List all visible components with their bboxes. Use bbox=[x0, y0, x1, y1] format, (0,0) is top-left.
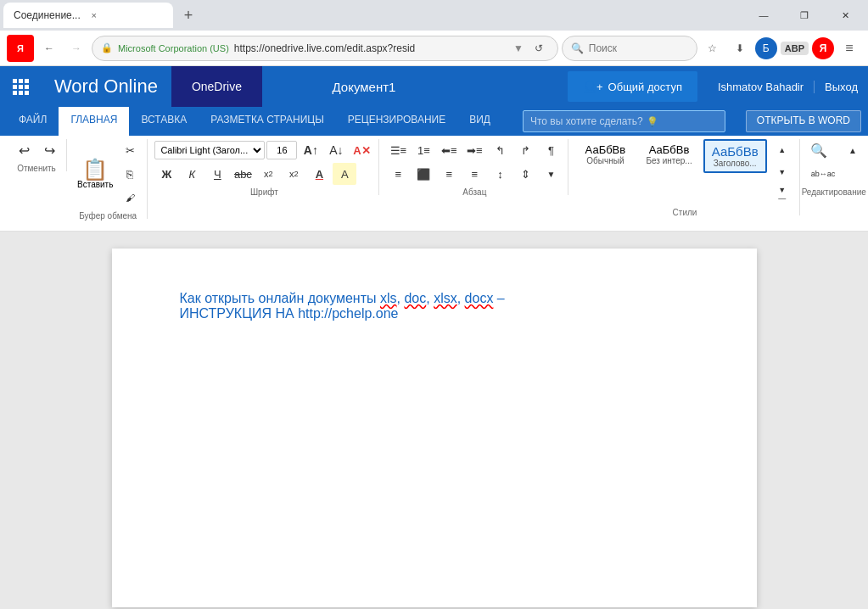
document-page[interactable]: Как открыть онлайн документы xls, doc, x… bbox=[112, 249, 757, 607]
paste-button[interactable]: 📋 Вставить bbox=[74, 158, 116, 191]
search-icon: 🔍 bbox=[571, 42, 584, 54]
editing-row2: ab↔ac bbox=[807, 163, 840, 185]
clipboard-row: 📋 Вставить ✂ ⎘ 🖌 bbox=[74, 139, 142, 209]
para-mark-button[interactable]: ¶ bbox=[539, 139, 563, 161]
redo-button[interactable]: ↪ bbox=[37, 139, 61, 161]
tell-me-area: Что вы хотите сделать? 💡 bbox=[509, 107, 739, 136]
app-header: Word Online OneDrive Документ1 👤+ Общий … bbox=[0, 66, 868, 107]
share-label: Общий доступ bbox=[608, 81, 682, 93]
highlight-button[interactable]: A bbox=[333, 163, 356, 185]
styles-up-button[interactable]: ▲ bbox=[770, 139, 794, 161]
style-normal[interactable]: АаБбВв Обычный bbox=[575, 139, 635, 173]
yandex-logo[interactable]: Я bbox=[7, 35, 34, 62]
restore-button[interactable]: ❐ bbox=[785, 0, 824, 31]
user-name[interactable]: Ishmatov Bahadir bbox=[708, 81, 814, 93]
yametrika-icon[interactable]: Я bbox=[812, 37, 834, 59]
copy-button[interactable]: ⎘ bbox=[118, 163, 142, 185]
undo-button[interactable]: ↩ bbox=[12, 139, 36, 161]
secure-indicator: 🔒 bbox=[101, 42, 113, 53]
app-grid-button[interactable] bbox=[0, 66, 41, 107]
superscript-button[interactable]: x2 bbox=[282, 163, 305, 185]
para-expand-button[interactable]: ▼ bbox=[539, 163, 563, 185]
open-in-word-button[interactable]: ОТКРЫТЬ В WORD bbox=[746, 110, 861, 132]
bold-button[interactable]: Ж bbox=[154, 163, 178, 185]
cut-button[interactable]: ✂ bbox=[118, 139, 142, 161]
active-tab[interactable]: Соединение... × bbox=[3, 3, 173, 28]
new-tab-button[interactable]: + bbox=[176, 3, 200, 27]
italic-button[interactable]: К bbox=[180, 163, 204, 185]
doc-paragraph2: ИНСТРУКЦИЯ НА http://pchelp.one bbox=[180, 306, 689, 321]
doc-word-docx: docx bbox=[465, 291, 494, 305]
reload-button[interactable]: ↺ bbox=[529, 38, 549, 59]
undo-redo-row: ↩ ↪ bbox=[12, 139, 61, 161]
format-paint-button[interactable]: 🖌 bbox=[118, 187, 142, 209]
tab-file[interactable]: ФАЙЛ bbox=[7, 107, 59, 136]
dropdown-icon[interactable]: ▼ bbox=[513, 42, 524, 54]
ribbon-collapse-button[interactable]: ▲ bbox=[841, 139, 865, 161]
close-button[interactable]: ✕ bbox=[826, 0, 865, 31]
tab-layout[interactable]: РАЗМЕТКА СТРАНИЦЫ bbox=[199, 107, 336, 136]
line-spacing-button[interactable]: ↕ bbox=[488, 163, 512, 185]
indent-dec-button[interactable]: ⬅≡ bbox=[437, 139, 461, 161]
tab-review[interactable]: РЕЦЕНЗИРОВАНИЕ bbox=[336, 107, 457, 136]
search-input[interactable] bbox=[589, 42, 716, 54]
search-editing-button[interactable]: 🔍 bbox=[807, 139, 831, 161]
tab-view[interactable]: ВИД bbox=[457, 107, 502, 136]
share-icon: 👤+ bbox=[583, 81, 603, 93]
clipboard-group: 📋 Вставить ✂ ⎘ 🖌 Буфер обмена bbox=[69, 139, 148, 219]
font-shrink-button[interactable]: A↓ bbox=[324, 139, 348, 161]
font-size-input[interactable] bbox=[266, 141, 297, 159]
styles-group: АаБбВв Обычный АаБбВв Без интер... АаБбВ… bbox=[570, 139, 799, 215]
app-title: Word Online bbox=[41, 75, 171, 98]
tab-insert[interactable]: ВСТАВКА bbox=[129, 107, 199, 136]
para-spacing-button[interactable]: ⇕ bbox=[513, 163, 537, 185]
align-right-button[interactable]: ≡ bbox=[437, 163, 461, 185]
download-icon[interactable]: ⬇ bbox=[728, 36, 752, 60]
replace-button[interactable]: ab↔ac bbox=[807, 163, 840, 185]
styles-list: АаБбВв Обычный АаБбВв Без интер... АаБбВ… bbox=[575, 139, 766, 205]
browser-frame: Соединение... × + — ❐ ✕ Я ← → 🔒 Microsof… bbox=[0, 0, 868, 66]
ribbon-tabs: ФАЙЛ ГЛАВНАЯ ВСТАВКА РАЗМЕТКА СТРАНИЦЫ Р… bbox=[0, 107, 509, 136]
styles-row: АаБбВв Обычный АаБбВв Без интер... АаБбВ… bbox=[575, 139, 793, 205]
tell-me-input[interactable]: Что вы хотите сделать? 💡 bbox=[523, 110, 725, 132]
font-grow-button[interactable]: A↑ bbox=[299, 139, 322, 161]
logout-button[interactable]: Выход bbox=[814, 81, 868, 93]
font-name-select[interactable]: Calibri Light (Загол... bbox=[154, 141, 265, 159]
align-center-button[interactable]: ⬛ bbox=[412, 163, 435, 185]
bookmark-icon[interactable]: ☆ bbox=[701, 36, 725, 60]
font-color-button[interactable]: A bbox=[307, 163, 331, 185]
style-heading-label: АаБбВв bbox=[712, 144, 759, 159]
style-nospace[interactable]: АаБбВв Без интер... bbox=[638, 139, 699, 173]
share-button[interactable]: 👤+ Общий доступ bbox=[568, 71, 697, 102]
rtl-button[interactable]: ↰ bbox=[488, 139, 512, 161]
subscript-button[interactable]: x2 bbox=[256, 163, 280, 185]
justify-button[interactable]: ≡ bbox=[462, 163, 486, 185]
tab-close-button[interactable]: × bbox=[87, 8, 101, 22]
toolbar: ↩ ↪ Отменить 📋 Вставить ✂ ⎘ 🖌 Буфер обме… bbox=[0, 136, 868, 232]
style-heading[interactable]: АаБбВв Заголово... bbox=[703, 139, 767, 173]
undo-redo-group: ↩ ↪ Отменить bbox=[7, 139, 67, 171]
ltr-button[interactable]: ↱ bbox=[513, 139, 537, 161]
minimize-button[interactable]: — bbox=[744, 0, 783, 31]
clear-format-button[interactable]: A✕ bbox=[350, 139, 373, 161]
bullets-button[interactable]: ☰≡ bbox=[386, 139, 410, 161]
styles-expand-button[interactable]: ▼— bbox=[770, 183, 794, 205]
ribbon-collapse-area: ▲ bbox=[841, 139, 865, 161]
forward-button[interactable]: → bbox=[64, 36, 88, 60]
strikethrough-button[interactable]: abc bbox=[231, 163, 255, 185]
tab-home[interactable]: ГЛАВНАЯ bbox=[59, 107, 129, 136]
abp-badge[interactable]: АВР bbox=[781, 42, 809, 55]
doc-paragraph: Как открыть онлайн документы xls, doc, x… bbox=[180, 291, 689, 306]
back-button[interactable]: ← bbox=[37, 36, 61, 60]
align-left-button[interactable]: ≡ bbox=[386, 163, 410, 185]
tell-me-placeholder: Что вы хотите сделать? bbox=[530, 115, 643, 127]
underline-button[interactable]: Ч bbox=[205, 163, 229, 185]
styles-group-label: Стили bbox=[570, 208, 798, 217]
numbering-button[interactable]: 1≡ bbox=[412, 139, 435, 161]
account-icon[interactable]: Б bbox=[755, 37, 777, 59]
styles-down-button[interactable]: ▼ bbox=[770, 161, 794, 183]
search-bar[interactable]: 🔍 bbox=[562, 36, 697, 61]
address-bar[interactable]: 🔒 Microsoft Corporation (US) https://one… bbox=[92, 36, 558, 61]
indent-inc-button[interactable]: ➡≡ bbox=[462, 139, 486, 161]
menu-icon[interactable]: ≡ bbox=[837, 36, 861, 60]
